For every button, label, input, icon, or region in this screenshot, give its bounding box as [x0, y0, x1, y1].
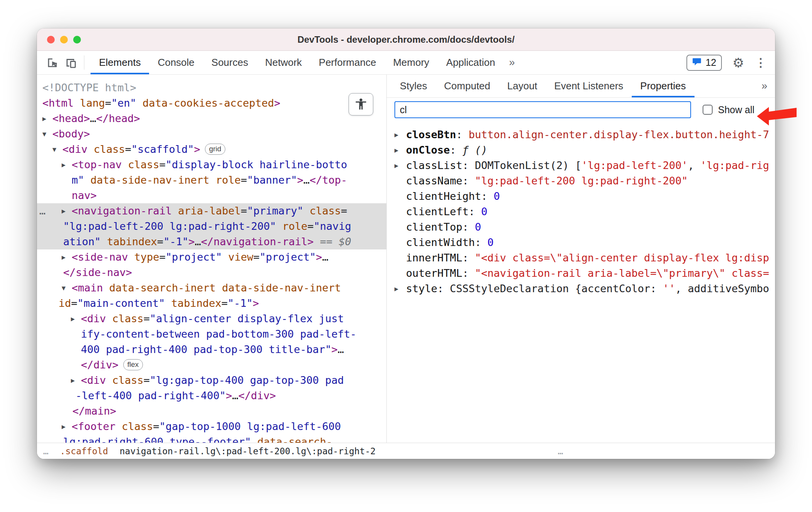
close-window-button[interactable] [47, 36, 55, 44]
code-token: : [462, 159, 475, 171]
breadcrumb-scaffold[interactable]: .scaffold [60, 446, 108, 456]
console-messages-button[interactable]: 12 [686, 55, 722, 71]
tab-sources[interactable]: Sources [203, 51, 257, 74]
breadcrumb-navigation-rail[interactable]: navigation-rail.lg\:pad-left-200.lg\:pad… [119, 446, 376, 456]
disclosure-triangle-icon[interactable]: ▶ [394, 281, 406, 296]
disclosure-triangle-icon[interactable]: ▶ [62, 157, 72, 172]
property-row[interactable]: ▶onClose: ƒ () [387, 142, 775, 158]
code-token: tabindex [101, 236, 157, 248]
code-token: clientTop [406, 221, 462, 233]
tab-console[interactable]: Console [149, 51, 203, 74]
disclosure-triangle-icon[interactable]: ▶ [42, 111, 52, 126]
property-row[interactable]: ▶closeBtn: button.align-center.display-f… [387, 127, 775, 142]
sidebar-tab-styles[interactable]: Styles [391, 75, 436, 97]
code-token: = [253, 251, 259, 263]
device-toolbar-button[interactable] [62, 51, 80, 74]
flex-badge[interactable]: flex [123, 359, 143, 370]
property-row[interactable]: clientLeft: 0 [387, 204, 775, 219]
dom-node-line[interactable]: ▶<side-nav type="project" view="project"… [37, 249, 386, 265]
grid-badge[interactable]: grid [205, 144, 226, 155]
disclosure-triangle-icon[interactable]: ▶ [62, 203, 72, 219]
accessibility-button[interactable] [349, 93, 373, 115]
sidebar-tab-computed[interactable]: Computed [436, 75, 499, 97]
code-token: clientHeight [406, 190, 481, 202]
dom-node-line[interactable]: ▶<div class="align-center display-flex j… [37, 311, 386, 326]
tab-application[interactable]: Application [438, 51, 503, 74]
accessibility-person-icon [354, 97, 368, 111]
zoom-window-button[interactable] [73, 36, 81, 44]
dom-node-line[interactable]: ▶<footer class="gap-top-1000 lg:pad-left… [37, 419, 386, 434]
disclosure-triangle-icon[interactable]: ▶ [62, 419, 72, 434]
sidebar-tab-event-listeners[interactable]: Event Listeners [546, 75, 632, 97]
dom-node-line[interactable]: 400 pad-right-400 pad-top-300 title-bar"… [37, 342, 386, 357]
dom-node-line[interactable]: <!DOCTYPE html> [37, 80, 386, 95]
property-row[interactable]: clientWidth: 0 [387, 235, 775, 250]
element-more-icon[interactable]: … [39, 203, 45, 219]
dom-node-line[interactable]: ▶<head>…</head> [37, 111, 386, 126]
code-token: <div [81, 374, 106, 386]
dom-node-line[interactable]: m" data-side-nav-inert role="banner">…</… [37, 172, 386, 188]
code-token: clientLeft [406, 206, 469, 218]
code-token: </div> [81, 359, 119, 371]
property-row[interactable]: ▶classList: DOMTokenList(2) ['lg:pad-lef… [387, 158, 775, 173]
property-row[interactable]: clientTop: 0 [387, 219, 775, 235]
sidebar-tab-layout[interactable]: Layout [499, 75, 546, 97]
settings-gear-icon[interactable]: ⚙ [733, 56, 744, 69]
code-token: = [341, 205, 347, 217]
dom-node-line[interactable]: ▼<main data-search-inert data-side-nav-i… [37, 280, 386, 296]
dom-node-line[interactable]: ▶<div class="lg:gap-top-400 gap-top-300 … [37, 373, 386, 388]
disclosure-triangle-icon[interactable]: ▶ [71, 311, 81, 326]
code-token: : [650, 283, 663, 294]
dom-node-line[interactable]: <html lang="en" data-cookies-accepted> [37, 95, 386, 111]
dom-node-line[interactable]: ▼<body> [37, 126, 386, 142]
dom-node-line[interactable]: lg:pad-right-600 type--footer" data-sear… [37, 434, 386, 443]
disclosure-triangle-icon[interactable]: ▶ [62, 249, 72, 265]
tab-network[interactable]: Network [257, 51, 310, 74]
sidebar-more-tabs-chevron[interactable]: » [756, 75, 775, 97]
devtools-content: <!DOCTYPE html><html lang="en" data-cook… [37, 75, 775, 443]
code-token: = [307, 220, 314, 232]
code-token: : [475, 236, 488, 248]
property-row[interactable]: ▶style: CSSStyleDeclaration {accentColor… [387, 281, 775, 296]
tab-memory[interactable]: Memory [384, 51, 438, 74]
more-tabs-chevron[interactable]: » [504, 51, 520, 74]
disclosure-triangle-icon[interactable]: ▶ [394, 142, 406, 158]
disclosure-triangle-icon[interactable]: ▶ [394, 127, 406, 142]
disclosure-triangle-icon[interactable]: ▼ [52, 142, 62, 157]
disclosure-triangle-icon[interactable]: ▼ [42, 126, 52, 142]
show-all-checkbox[interactable] [703, 105, 713, 115]
dom-node-selected[interactable]: ation" tabindex="-1">…</navigation-rail>… [37, 234, 386, 249]
property-row[interactable]: clientHeight: 0 [387, 189, 775, 204]
breadcrumb-overflow-right[interactable]: … [558, 446, 563, 456]
dom-node-line[interactable]: </div>flex [37, 357, 386, 373]
inspect-element-button[interactable] [43, 51, 62, 74]
dom-node-selected[interactable]: …▶<navigation-rail aria-label="primary" … [37, 203, 386, 219]
tab-performance[interactable]: Performance [310, 51, 385, 74]
disclosure-triangle-icon[interactable]: ▶ [71, 373, 81, 388]
disclosure-triangle-icon[interactable]: ▶ [394, 158, 406, 173]
code-token: class [303, 205, 341, 217]
sidebar-tab-properties[interactable]: Properties [632, 75, 695, 97]
disclosure-triangle-icon[interactable]: ▼ [62, 280, 72, 296]
dom-node-line[interactable]: -left-400 pad-right-400">…</div> [37, 388, 386, 403]
code-token: "gap-top-1000 lg:pad-left-600 [159, 420, 341, 432]
dom-node-line[interactable]: </main> [37, 403, 386, 419]
code-token: "project" [260, 251, 316, 263]
breadcrumb-overflow-left[interactable]: … [43, 446, 49, 456]
minimize-window-button[interactable] [60, 36, 68, 44]
tab-elements[interactable]: Elements [91, 51, 149, 74]
dom-node-line[interactable]: </side-nav> [37, 265, 386, 280]
dom-node-line[interactable]: ify-content-between pad-bottom-300 pad-l… [37, 326, 386, 342]
property-row[interactable]: outerHTML: "<navigation-rail aria-label=… [387, 266, 775, 281]
dom-node-line[interactable]: ▼<div class="scaffold">grid [37, 142, 386, 157]
property-row[interactable]: className: "lg:pad-left-200 lg:pad-right… [387, 173, 775, 189]
code-token: "<div class=\"align-center display-flex … [475, 252, 769, 264]
code-token: m" [72, 174, 84, 186]
dom-node-line[interactable]: nav> [37, 188, 386, 203]
dom-node-line[interactable]: ▶<top-nav class="display-block hairline-… [37, 157, 386, 172]
dom-node-line[interactable]: id="main-content" tabindex="-1"> [37, 296, 386, 311]
dom-node-selected[interactable]: "lg:pad-left-200 lg:pad-right-200" role=… [37, 219, 386, 234]
more-options-icon[interactable]: ⋮ [755, 57, 767, 69]
properties-filter-input[interactable] [394, 101, 691, 118]
property-row[interactable]: innerHTML: "<div class=\"align-center di… [387, 250, 775, 266]
